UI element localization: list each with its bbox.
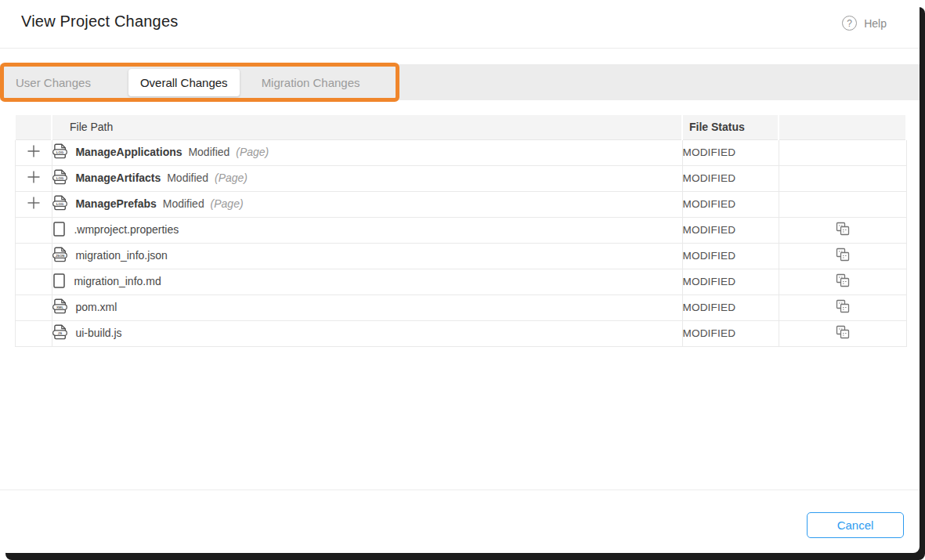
file-status: MODIFIED <box>682 320 779 346</box>
column-header-actions <box>779 115 906 139</box>
file-type-badge-icon: LOG <box>52 169 67 187</box>
file-type-badge-icon: LOG <box>52 143 67 161</box>
help-button[interactable]: ? Help <box>842 16 887 31</box>
svg-text:JSON: JSON <box>55 254 64 258</box>
footer-divider <box>0 490 920 490</box>
file-type-label: (Page) <box>236 146 269 158</box>
svg-text:LOG: LOG <box>56 150 63 154</box>
column-header-file-status: File Status <box>682 115 779 139</box>
file-name: ui-build.js <box>75 327 121 339</box>
file-status: MODIFIED <box>682 269 779 294</box>
help-label: Help <box>864 17 887 30</box>
expand-icon[interactable] <box>25 168 42 186</box>
table-header-row: File Path File Status <box>15 115 906 139</box>
file-name: migration_info.json <box>75 249 168 262</box>
page-title: View Project Changes <box>21 13 178 31</box>
diff-icon[interactable] <box>836 273 850 287</box>
svg-text:LOG: LOG <box>56 202 63 206</box>
file-name: ManageApplications <box>75 146 182 158</box>
view-project-changes-dialog: View Project Changes ? Help User Changes… <box>0 0 920 553</box>
table-row: migration_info.md MODIFIED <box>15 269 906 294</box>
svg-text:JS: JS <box>57 331 61 335</box>
table-row: .wmproject.properties MODIFIED <box>15 217 906 243</box>
file-status: MODIFIED <box>682 243 779 269</box>
tab-migration-changes[interactable]: Migration Changes <box>262 76 360 89</box>
file-name: ManagePrefabs <box>75 197 156 210</box>
file-type-badge-icon: LOG <box>52 195 67 213</box>
tab-user-changes[interactable]: User Changes <box>16 76 91 89</box>
file-name: .wmproject.properties <box>74 223 179 236</box>
table-row: XML pom.xml MODIFIED <box>15 294 906 320</box>
diff-icon[interactable] <box>836 222 850 236</box>
project-changes-table: File Path File Status <box>14 115 907 347</box>
expand-icon[interactable] <box>25 194 42 211</box>
file-modified-label: Modified <box>167 172 208 184</box>
column-header-expand <box>15 115 52 139</box>
tab-bar: User Changes Overall Changes Migration C… <box>0 64 920 100</box>
svg-text:LOG: LOG <box>56 176 63 180</box>
file-status: MODIFIED <box>682 165 779 191</box>
table-row: LOG ManagePrefabs Modified (Page) MODIFI… <box>15 191 906 217</box>
file-status: MODIFIED <box>682 139 779 165</box>
diff-icon[interactable] <box>836 247 850 262</box>
tab-overall-changes[interactable]: Overall Changes <box>128 69 240 96</box>
file-name: ManageArtifacts <box>75 172 161 184</box>
file-status: MODIFIED <box>682 217 779 243</box>
file-modified-label: Modified <box>188 146 229 158</box>
file-status: MODIFIED <box>682 294 779 320</box>
diff-icon[interactable] <box>836 299 850 313</box>
file-type-label: (Page) <box>211 197 244 210</box>
table-row: LOG ManageArtifacts Modified (Page) MODI… <box>15 165 906 191</box>
column-header-file-path: File Path <box>52 115 682 139</box>
cancel-button[interactable]: Cancel <box>807 512 904 538</box>
file-modified-label: Modified <box>163 197 204 210</box>
file-icon <box>52 273 66 291</box>
file-type-badge-icon: JSON <box>52 247 67 265</box>
diff-icon[interactable] <box>836 325 850 339</box>
help-icon: ? <box>842 16 857 31</box>
table-row: JS ui-build.js MODIFIED <box>15 320 906 346</box>
table-row: LOG ManageApplications Modified (Page) M… <box>15 139 906 165</box>
file-name: migration_info.md <box>74 275 161 287</box>
expand-icon[interactable] <box>25 143 42 160</box>
dialog-header: View Project Changes ? Help <box>0 0 920 49</box>
file-name: pom.xml <box>75 301 117 313</box>
file-type-badge-icon: JS <box>52 324 67 342</box>
file-status: MODIFIED <box>682 191 779 217</box>
file-icon <box>52 222 66 239</box>
file-type-badge-icon: XML <box>52 298 67 316</box>
svg-text:XML: XML <box>56 305 63 309</box>
file-type-label: (Page) <box>215 172 248 184</box>
table-row: JSON migration_info.json MODIFIED <box>15 243 906 269</box>
